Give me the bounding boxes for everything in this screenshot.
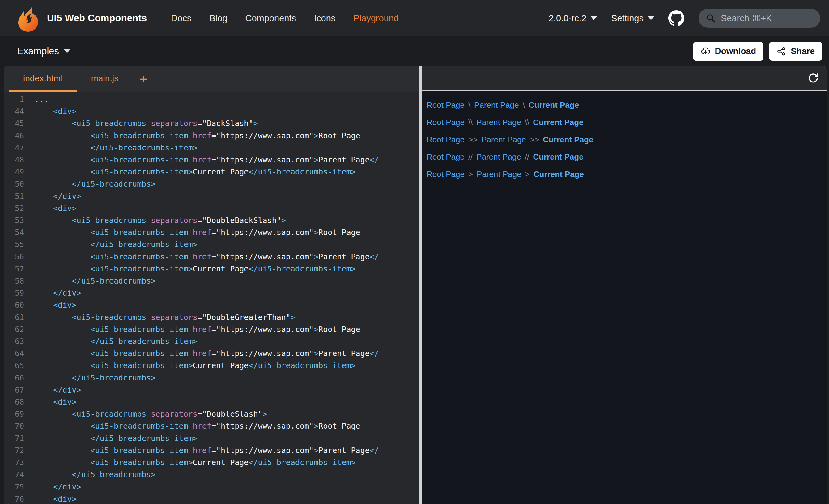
share-icon (777, 46, 786, 56)
breadcrumb-separator: \\ (468, 118, 473, 127)
nav-links: DocsBlogComponentsIconsPlayground (171, 13, 399, 24)
breadcrumb-separator: > (525, 169, 530, 179)
search-icon (706, 13, 716, 23)
breadcrumb-link[interactable]: Parent Page (481, 135, 526, 145)
examples-toolbar: Examples Download Share (0, 36, 829, 66)
editor-tabs: index.htmlmain.js (9, 66, 133, 92)
nav-link-docs[interactable]: Docs (171, 13, 191, 24)
search-box[interactable] (698, 9, 820, 28)
code-line: 56 <ui5-breadcrumbs-item href="https://w… (4, 251, 419, 263)
version-label: 2.0.0-rc.2 (549, 13, 587, 24)
refresh-button[interactable] (806, 71, 820, 85)
breadcrumb-link[interactable]: Root Page (427, 135, 465, 145)
breadcrumb-separator: > (468, 169, 473, 179)
pane-resize-handle[interactable] (419, 66, 422, 504)
code-line: 70 <ui5-breadcrumbs-item href="https://w… (4, 420, 419, 432)
code-lines[interactable]: 1...44 <div>45 <ui5-breadcrumbs separato… (4, 92, 419, 504)
code-line: 52 <div> (4, 202, 419, 214)
code-line: 46 <ui5-breadcrumbs-item href="https://w… (4, 130, 419, 142)
version-dropdown[interactable]: 2.0.0-rc.2 (549, 13, 597, 24)
breadcrumb-link[interactable]: Parent Page (477, 169, 521, 179)
examples-label: Examples (17, 46, 59, 57)
breadcrumb-link[interactable]: Root Page (427, 118, 465, 127)
tab-index.html[interactable]: index.html (9, 66, 77, 92)
breadcrumb-separator: // (525, 152, 529, 162)
nav-link-playground[interactable]: Playground (353, 13, 399, 24)
code-line: 50 </ui5-breadcrumbs> (4, 178, 419, 190)
examples-dropdown[interactable]: Examples (17, 46, 70, 57)
code-line: 75 </div> (4, 481, 419, 493)
preview-toolbar (422, 66, 827, 91)
github-icon[interactable] (668, 10, 684, 26)
breadcrumb-row: Root Page\Parent Page\Current Page (427, 96, 827, 114)
breadcrumb-row: Root Page//Parent Page//Current Page (427, 148, 827, 165)
breadcrumb-separator: \ (468, 101, 470, 110)
code-editor-pane: index.htmlmain.js + 1...44 <div>45 <ui5-… (4, 66, 419, 504)
code-line: 66 </ui5-breadcrumbs> (4, 372, 419, 384)
breadcrumb-link[interactable]: Parent Page (476, 152, 521, 162)
top-navbar: UI5 Web Components DocsBlogComponentsIco… (0, 0, 829, 36)
breadcrumb-row: Root Page>>Parent Page>>Current Page (427, 131, 827, 148)
settings-dropdown[interactable]: Settings (611, 13, 654, 24)
editor-tab-bar: index.htmlmain.js + (4, 66, 419, 92)
code-line: 47 </ui5-breadcrumbs-item> (4, 142, 419, 154)
code-line: 69 <ui5-breadcrumbs separators="DoubleSl… (4, 408, 419, 420)
chevron-down-icon (591, 16, 597, 20)
code-line: 76 <div> (4, 493, 419, 504)
search-input[interactable] (721, 13, 813, 24)
code-line: 72 <ui5-breadcrumbs-item href="https://w… (4, 444, 419, 457)
code-line: 67 </div> (4, 384, 419, 396)
nav-link-components[interactable]: Components (245, 13, 296, 24)
navbar-right: 2.0.0-rc.2 Settings (549, 9, 820, 28)
code-line: 65 <ui5-breadcrumbs-item>Current Page</u… (4, 359, 419, 372)
code-line: 62 <ui5-breadcrumbs-item href="https://w… (4, 323, 419, 335)
preview-pane: Root Page\Parent Page\Current PageRoot P… (422, 66, 827, 504)
code-line: 51 </div> (4, 190, 419, 202)
share-button[interactable]: Share (769, 42, 822, 61)
breadcrumb-separator: >> (468, 135, 477, 145)
breadcrumb-link[interactable]: Parent Page (476, 118, 521, 127)
breadcrumb-link[interactable]: Parent Page (474, 101, 519, 110)
breadcrumb-row: Root Page>Parent Page>Current Page (427, 165, 827, 183)
nav-link-blog[interactable]: Blog (209, 13, 227, 24)
code-line: 55 </ui5-breadcrumbs-item> (4, 238, 419, 250)
download-label: Download (715, 46, 756, 56)
code-line: 44 <div> (4, 105, 419, 117)
breadcrumb-current-page: Current Page (529, 101, 579, 110)
code-line: 48 <ui5-breadcrumbs-item href="https://w… (4, 154, 419, 166)
code-line: 68 <div> (4, 396, 419, 408)
code-line: 57 <ui5-breadcrumbs-item>Current Page</u… (4, 263, 419, 275)
code-line: 45 <ui5-breadcrumbs separators="BackSlas… (4, 117, 419, 129)
code-line: 73 <ui5-breadcrumbs-item>Current Page</u… (4, 457, 419, 468)
code-line: 59 </div> (4, 287, 419, 299)
code-line: 60 <div> (4, 299, 419, 311)
code-line: 63 </ui5-breadcrumbs-item> (4, 335, 419, 347)
breadcrumb-link[interactable]: Root Page (427, 152, 465, 162)
code-line: 61 <ui5-breadcrumbs separators="DoubleGr… (4, 311, 419, 323)
breadcrumb-row: Root Page\\Parent Page\\Current Page (427, 114, 827, 131)
breadcrumb-current-page: Current Page (533, 118, 583, 127)
phoenix-logo-icon (16, 4, 40, 32)
breadcrumb-separator: \ (523, 101, 525, 110)
breadcrumb-separator: // (468, 152, 473, 162)
settings-label: Settings (611, 13, 644, 24)
code-line: 64 <ui5-breadcrumbs-item href="https://w… (4, 347, 419, 359)
toolbar-actions: Download Share (693, 42, 822, 61)
tab-main.js[interactable]: main.js (77, 66, 133, 92)
refresh-icon (807, 72, 820, 85)
breadcrumb-current-page: Current Page (534, 169, 584, 179)
breadcrumb-current-page: Current Page (543, 135, 593, 145)
chevron-down-icon (648, 16, 654, 20)
playground-panel: index.htmlmain.js + 1...44 <div>45 <ui5-… (4, 66, 827, 504)
chevron-down-icon (64, 49, 70, 53)
brand[interactable]: UI5 Web Components (16, 4, 147, 32)
add-tab-button[interactable]: + (133, 66, 154, 92)
nav-link-icons[interactable]: Icons (314, 13, 335, 24)
breadcrumb-link[interactable]: Root Page (427, 169, 465, 179)
code-line: 71 </ui5-breadcrumbs-item> (4, 432, 419, 444)
code-line: 53 <ui5-breadcrumbs separators="DoubleBa… (4, 214, 419, 226)
code-line: 54 <ui5-breadcrumbs-item href="https://w… (4, 226, 419, 238)
download-button[interactable]: Download (693, 42, 763, 61)
breadcrumb-link[interactable]: Root Page (427, 101, 465, 110)
breadcrumb-separator: >> (530, 135, 539, 145)
